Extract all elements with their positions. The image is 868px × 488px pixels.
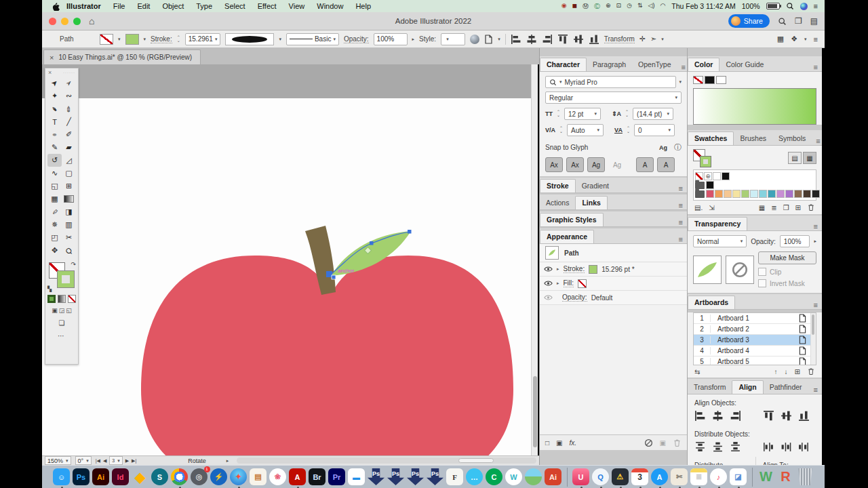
swatch-color[interactable]: [732, 190, 741, 198]
last-artboard-button[interactable]: ▶|: [132, 458, 136, 464]
document-setup-icon[interactable]: [484, 35, 493, 44]
zoom-level-dropdown[interactable]: 150%▾: [45, 456, 71, 465]
swatch-color[interactable]: [776, 190, 785, 198]
dock-item-w-green-app[interactable]: W: [757, 468, 775, 486]
align-top-icon[interactable]: [557, 34, 568, 45]
width-tool[interactable]: ∿: [47, 167, 62, 180]
dock-item-photos[interactable]: ❀: [269, 468, 287, 486]
tab-brushes[interactable]: Brushes: [734, 132, 772, 145]
align-menu-icon[interactable]: ≡: [810, 386, 822, 394]
tab-links[interactable]: Links: [575, 196, 607, 209]
links-panel-menu-icon[interactable]: ≡: [675, 201, 687, 209]
move-artboard-up-icon[interactable]: ↑: [774, 368, 778, 375]
menubar-status-icon[interactable]: ◼: [572, 2, 577, 11]
tab-artboards[interactable]: Artboards: [688, 296, 735, 309]
stroke-stepper[interactable]: ⌃⌄: [177, 36, 180, 43]
dock-item-chrome[interactable]: [171, 468, 189, 486]
move-artboard-down-icon[interactable]: ↓: [785, 368, 788, 375]
artboard-row[interactable]: 3Artboard 3: [694, 335, 816, 346]
grid-view-button[interactable]: ▦: [803, 152, 816, 164]
dock-item-illustrator[interactable]: Ai: [92, 468, 110, 486]
artwork[interactable]: [42, 64, 538, 455]
align-bottom-icon[interactable]: [589, 34, 599, 45]
canvas-horizontal-scrollbar[interactable]: [237, 458, 536, 464]
visibility-eye-icon[interactable]: [544, 266, 553, 272]
color-white-swatch[interactable]: [716, 76, 726, 84]
document-tab[interactable]: × 10 Easy Things.ai* @ 150 % (RGB/Previe…: [43, 49, 201, 64]
artboard-row-name[interactable]: Artboard 3: [711, 336, 799, 344]
column-graph-tool[interactable]: ▥: [62, 218, 76, 231]
stroke-color-chip[interactable]: [125, 34, 139, 45]
appearance-fill-swatch[interactable]: [578, 279, 587, 288]
tab-color[interactable]: Color: [688, 58, 719, 71]
artboard-row-name[interactable]: Artboard 5: [711, 358, 799, 365]
line-segment-tool[interactable]: ╱: [62, 115, 76, 128]
close-document-icon[interactable]: ×: [50, 54, 54, 62]
dock-item-safari[interactable]: ✦: [230, 468, 248, 486]
width-profile-caret-icon[interactable]: ▾: [279, 37, 281, 42]
anchor-point-tip[interactable]: [408, 230, 412, 234]
dock-item-font-f-app[interactable]: F: [446, 468, 464, 486]
tab-stroke[interactable]: Stroke: [540, 179, 576, 192]
distribute-top-button[interactable]: [694, 441, 706, 453]
delete-item-icon[interactable]: [673, 439, 682, 447]
brush-definition-dropdown[interactable]: Basic▾: [286, 33, 339, 45]
rotation-value[interactable]: 0°: [78, 458, 84, 464]
duplicate-item-button[interactable]: ▣: [660, 439, 666, 447]
add-effect-button[interactable]: fx.: [570, 439, 577, 447]
expand-icon[interactable]: ▸: [557, 281, 559, 286]
shape-builder-tool[interactable]: ◱: [47, 180, 62, 192]
dock-item-planner-app[interactable]: ▤: [250, 468, 267, 486]
delete-artboard-icon[interactable]: [807, 367, 815, 375]
type-tool[interactable]: T: [47, 115, 62, 128]
edit-toolbar-button[interactable]: ⋯: [45, 332, 78, 340]
tools-panel-close-icon[interactable]: ×: [48, 69, 52, 76]
rotate-tool[interactable]: ↺: [47, 154, 62, 167]
object-thumbnail[interactable]: [693, 256, 722, 284]
dock-item-illustrator-alt[interactable]: Ai: [545, 468, 562, 486]
appearance-fill-row[interactable]: ▸ Fill:: [540, 277, 687, 291]
perspective-grid-tool[interactable]: ⊞: [62, 180, 76, 192]
selection-tool[interactable]: ➤: [47, 77, 62, 89]
artboards-scrollbar[interactable]: [810, 313, 816, 365]
invert-mask-checkbox[interactable]: [758, 279, 766, 287]
opacity-field[interactable]: 100%: [374, 33, 408, 45]
appearance-stroke-row[interactable]: ▸ Stroke: 15.296 pt *: [540, 262, 687, 277]
free-transform-icon[interactable]: ✛: [639, 35, 646, 43]
menubar-menu-item[interactable]: Select: [224, 2, 245, 10]
vertical-scroll-thumb[interactable]: [533, 376, 537, 447]
tab-align[interactable]: Align: [732, 380, 763, 394]
swap-fill-stroke-icon[interactable]: ↷: [71, 261, 76, 268]
appearance-stroke-label[interactable]: Stroke:: [564, 265, 585, 273]
snap-info-icon[interactable]: ⓘ: [674, 142, 682, 152]
swatch-black[interactable]: [722, 172, 730, 180]
tab-paragraph[interactable]: Paragraph: [587, 58, 632, 71]
dock-item-app-store[interactable]: A: [651, 468, 669, 486]
distribute-bottom-button[interactable]: [730, 441, 741, 453]
menubar-menu-item[interactable]: Edit: [137, 2, 150, 10]
scale-tool[interactable]: ◿: [62, 154, 76, 167]
workspace-switcher-icon[interactable]: ❖: [791, 35, 797, 43]
leading-stepper[interactable]: ⌃⌄: [625, 110, 629, 117]
snap-xheight-button[interactable]: Ax: [566, 157, 584, 172]
gradient-tool[interactable]: [62, 192, 76, 205]
swatches-panel-menu-icon[interactable]: ≡: [812, 137, 824, 145]
document-setup-globe-icon[interactable]: [470, 35, 479, 44]
none-mode-button[interactable]: [68, 295, 76, 303]
touch-workspace-icon[interactable]: ▦: [777, 35, 784, 43]
dock-item-trash[interactable]: [797, 468, 814, 486]
add-fill-button[interactable]: ▣: [556, 439, 562, 447]
dock-item-photoshop[interactable]: Ps: [73, 468, 90, 486]
color-mode-button[interactable]: [47, 295, 56, 303]
control-center-icon[interactable]: ≡: [814, 2, 818, 10]
clip-checkbox[interactable]: [758, 268, 766, 276]
swatch-color[interactable]: [706, 190, 714, 198]
curvature-tool[interactable]: ✎: [62, 102, 76, 115]
font-style-value[interactable]: Regular: [549, 94, 672, 102]
control-panel-menu-icon[interactable]: ≡: [814, 35, 818, 43]
menubar-clock[interactable]: Thu Feb 3 11:42 AM: [671, 2, 735, 10]
swatch-registration[interactable]: ⊕: [704, 172, 712, 180]
ellipse-tool[interactable]: ●: [47, 128, 62, 141]
blend-tool[interactable]: ◨: [62, 205, 76, 218]
transparency-menu-icon[interactable]: ≡: [810, 222, 822, 230]
